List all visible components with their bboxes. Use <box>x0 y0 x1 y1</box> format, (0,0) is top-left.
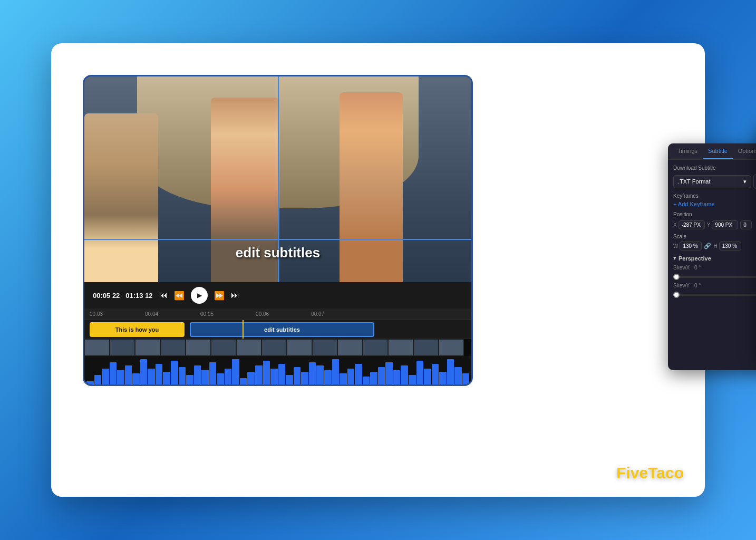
playhead[interactable] <box>243 320 244 339</box>
thumb-8 <box>261 339 287 356</box>
skewx-track[interactable] <box>673 276 756 278</box>
thumb-6 <box>211 339 236 356</box>
tab-timings-t[interactable]: Timings <box>672 143 703 159</box>
thumb-9 <box>287 339 312 356</box>
thumb-14 <box>413 339 439 356</box>
pos-y-field: Y 900 PX <box>707 220 739 229</box>
tab-options-t[interactable]: Options <box>733 143 756 159</box>
position-label: Position <box>673 211 756 217</box>
pos-deg-input[interactable]: 0 <box>740 220 752 229</box>
skewy-thumb[interactable] <box>673 292 680 298</box>
perspective-title: Perspective <box>679 255 711 262</box>
chevron-down-icon: ▾ <box>743 178 747 185</box>
scale-h-input[interactable]: 130 % <box>719 242 741 250</box>
video-area: edit subtitles <box>84 76 471 282</box>
thumb-3 <box>135 339 160 356</box>
laptop: edit subtitles 00:05 22 01:13 12 ⏮ ⏪ ⏩ ⏭ <box>83 75 473 455</box>
rewind-btn[interactable]: ⏪ <box>174 291 185 301</box>
waveform <box>84 356 471 386</box>
format-row: .TXT Format ▾ ⬇ <box>673 174 756 189</box>
tab-subtitle-t[interactable]: Subtitle <box>703 143 733 159</box>
thumbnail-strip <box>84 339 471 356</box>
skewy-track[interactable] <box>673 294 756 296</box>
brand: FiveTaco <box>616 464 684 482</box>
skewx-thumb[interactable] <box>673 274 680 280</box>
panel-timings: Timings Subtitle Options Download Subtit… <box>668 143 756 370</box>
thumb-2 <box>110 339 135 356</box>
scale-row: W 130 % 🔗 H 130 % <box>673 242 756 250</box>
thumb-15 <box>439 339 464 356</box>
keyframes-label: Keyframes <box>673 193 756 199</box>
brand-five: Five <box>616 464 648 481</box>
fast-forward-btn[interactable]: ⏩ <box>214 291 225 301</box>
timeline-ruler: 00:03 00:04 00:05 00:06 00:07 <box>84 308 471 320</box>
thumb-4 <box>160 339 186 356</box>
skewx-label: SkewX <box>673 265 692 271</box>
download-btn[interactable]: ⬇ <box>753 174 756 189</box>
pos-x-input[interactable]: -287 PX <box>679 220 705 229</box>
panel-timings-content: Download Subtitle .TXT Format ▾ ⬇ Keyfra… <box>668 160 756 306</box>
skewy-slider-row: ↺ <box>673 291 756 298</box>
format-select[interactable]: .TXT Format ▾ <box>673 175 751 188</box>
thumb-7 <box>236 339 261 356</box>
add-keyframe-btn[interactable]: + Add Keyframe <box>673 201 756 207</box>
thumb-12 <box>363 339 388 356</box>
timeline-area: 00:03 00:04 00:05 00:06 00:07 This is ho… <box>84 308 471 386</box>
subtitle-track: This is how you edit subtitles <box>84 320 471 339</box>
scale-w-input[interactable]: 130 % <box>680 242 702 250</box>
video-subtitle-overlay: edit subtitles <box>236 245 320 261</box>
skip-end-btn[interactable]: ⏭ <box>231 291 239 300</box>
thumb-11 <box>337 339 363 356</box>
skewx-slider-row: ↺ <box>673 273 756 281</box>
person-left <box>84 113 158 282</box>
subtitle-block-right[interactable]: edit subtitles <box>190 322 374 337</box>
thumb-10 <box>312 339 337 356</box>
skewx-deg-row: 0 ° <box>694 265 701 271</box>
panel-timings-tabs: Timings Subtitle Options <box>668 143 756 160</box>
skew-section: SkewX 0 ° ↺ SkewY 0 ° <box>673 265 756 298</box>
chevron-perspective-icon: ▾ <box>673 255 676 262</box>
controls-bar: 00:05 22 01:13 12 ⏮ ⏪ ⏩ ⏭ <box>84 282 471 308</box>
skip-start-btn[interactable]: ⏮ <box>159 291 168 300</box>
play-button[interactable] <box>191 287 208 304</box>
position-row: X -287 PX Y 900 PX 0 <box>673 220 756 229</box>
subtitle-block-left[interactable]: This is how you <box>90 322 185 337</box>
time-current: 00:05 22 01:13 12 <box>93 292 153 300</box>
scale-h-field: H 130 % <box>713 242 741 250</box>
scale-w-field: W 130 % <box>673 242 702 250</box>
person-right <box>340 92 403 282</box>
pos-y-input[interactable]: 900 PX <box>712 220 738 229</box>
thumb-13 <box>388 339 413 356</box>
perspective-header[interactable]: ▾ Perspective <box>673 255 756 262</box>
main-card: edit subtitles 00:05 22 01:13 12 ⏮ ⏪ ⏩ ⏭ <box>51 43 705 497</box>
video-bg: edit subtitles <box>84 76 471 282</box>
skewy-row: SkewY 0 ° <box>673 283 756 288</box>
scale-label: Scale <box>673 234 756 239</box>
skewx-row: SkewX 0 ° <box>673 265 756 271</box>
download-label: Download Subtitle <box>673 165 756 171</box>
waveform-inner <box>84 356 471 386</box>
laptop-frame: edit subtitles 00:05 22 01:13 12 ⏮ ⏪ ⏩ ⏭ <box>83 75 473 386</box>
ruler-marks: 00:03 00:04 00:05 00:06 00:07 <box>90 311 324 317</box>
thumb-5 <box>186 339 211 356</box>
link-icon: 🔗 <box>704 243 711 249</box>
skewy-deg-row: 0 ° <box>694 283 701 288</box>
brand-taco: Taco <box>648 464 684 481</box>
thumb-1 <box>84 339 110 356</box>
pos-x-field: X -287 PX <box>673 220 705 229</box>
skewy-label: SkewY <box>673 283 692 288</box>
